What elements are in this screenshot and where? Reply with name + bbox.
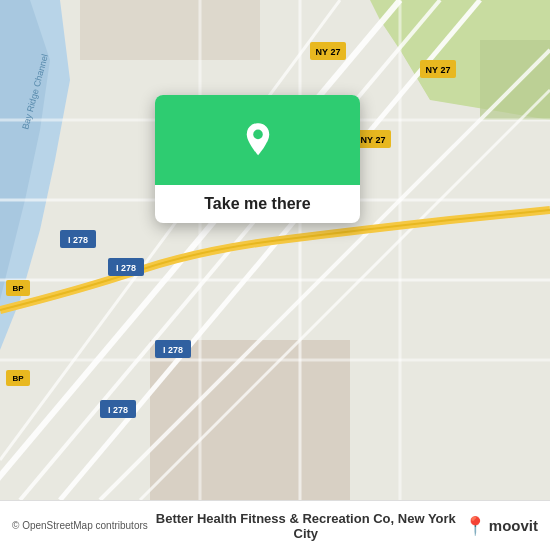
- map-container: I 278 I 278 I 278 I 278 NY 27 NY 27 NY 2…: [0, 0, 550, 500]
- place-name-label: Better Health Fitness & Recreation Co, N…: [154, 511, 458, 541]
- map-attribution: © OpenStreetMap contributors: [12, 520, 148, 531]
- svg-text:I 278: I 278: [108, 405, 128, 415]
- popup-green-header: [155, 95, 360, 185]
- popup-card[interactable]: Take me there: [155, 95, 360, 223]
- take-me-there-button[interactable]: Take me there: [155, 185, 360, 223]
- moovit-pin-icon: 📍: [464, 515, 486, 537]
- svg-text:BP: BP: [12, 284, 24, 293]
- svg-text:NY 27: NY 27: [361, 135, 386, 145]
- location-pin-icon: [238, 120, 278, 160]
- svg-text:NY 27: NY 27: [316, 47, 341, 57]
- moovit-branding: 📍 moovit: [464, 515, 538, 537]
- bottom-bar: © OpenStreetMap contributors Better Heal…: [0, 500, 550, 550]
- svg-rect-5: [80, 0, 260, 60]
- svg-text:I 278: I 278: [68, 235, 88, 245]
- moovit-brand-name: moovit: [489, 517, 538, 534]
- svg-text:BP: BP: [12, 374, 24, 383]
- svg-point-41: [253, 130, 263, 140]
- svg-text:NY 27: NY 27: [426, 65, 451, 75]
- svg-text:I 278: I 278: [163, 345, 183, 355]
- svg-text:I 278: I 278: [116, 263, 136, 273]
